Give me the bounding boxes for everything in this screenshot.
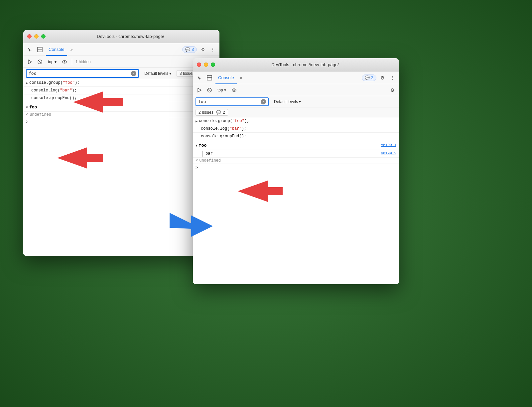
console-tab-left[interactable]: Console [46, 43, 67, 56]
top-dropdown-left[interactable]: top ▾ [46, 59, 59, 65]
console-line-log-left: console.log("bar"); [23, 87, 219, 94]
toolbar-row1-left: Console » 💬 3 ⚙ ⋮ [23, 43, 219, 56]
filter-row-left: × Default levels ▾ 3 Issues: 💬 3 [23, 68, 219, 79]
title-bar-right: DevTools - chrome://new-tab-page/ [193, 58, 399, 71]
svg-line-11 [208, 88, 211, 91]
foo-group-right[interactable]: ▼ foo VM199:1 [193, 142, 399, 150]
more-menu-left[interactable]: ⋮ [209, 46, 217, 54]
triangle-right-left[interactable]: ▶ [26, 81, 28, 86]
eye-icon-left[interactable] [61, 58, 68, 66]
panel-icon-right[interactable] [205, 74, 213, 82]
foo-label-right: foo [199, 142, 206, 149]
traffic-lights-right [197, 63, 215, 67]
window-title-left: DevTools - chrome://new-tab-page/ [46, 34, 215, 39]
ban-icon-right[interactable] [205, 86, 213, 94]
foo-label-left: foo [29, 104, 37, 111]
svg-rect-7 [207, 75, 212, 80]
minimize-button-right[interactable] [204, 63, 208, 67]
settings-icon-left[interactable]: ⚙ [199, 46, 207, 54]
run-icon-left[interactable] [26, 58, 34, 66]
undefined-line-left: < undefined [23, 112, 219, 118]
issues-row-right: 2 Issues: 💬 2 [193, 107, 399, 117]
close-button-left[interactable] [27, 34, 32, 39]
prompt-symbol-left: > [26, 119, 29, 124]
toolbar-row2-left: top ▾ 1 hidden [23, 56, 219, 68]
title-bar-left: DevTools - chrome://new-tab-page/ [23, 30, 219, 43]
toolbar-row1-right: Console » 💬 2 ⚙ ⋮ [193, 71, 399, 84]
traffic-lights-left [27, 34, 46, 39]
panel-icon-left[interactable] [36, 46, 44, 54]
filter-input-right[interactable]: × [196, 97, 269, 106]
close-button-right[interactable] [197, 63, 201, 67]
vm-ref1-right[interactable]: VM199:1 [381, 142, 396, 148]
chat-icon-right: 💬 [365, 75, 370, 80]
prompt-line-left[interactable]: > [23, 118, 219, 126]
window-title-right: DevTools - chrome://new-tab-page/ [215, 62, 395, 67]
clear-filter-left[interactable]: × [131, 71, 136, 76]
gear-icon-right[interactable]: ⚙ [388, 86, 396, 94]
console-content-left: ▶ console.group("foo"); console.log("bar… [23, 79, 219, 256]
bar-line-right: bar VM199:2 [193, 150, 399, 158]
more-tabs-left[interactable]: » [69, 47, 74, 52]
undefined-line-right: < undefined [193, 158, 399, 164]
more-menu-right[interactable]: ⋮ [388, 74, 396, 82]
prompt-line-right[interactable]: > [193, 164, 399, 172]
eye-icon-right[interactable] [230, 86, 238, 94]
filter-row-right: × Default levels ▾ [193, 96, 399, 107]
svg-rect-0 [38, 47, 42, 52]
svg-marker-2 [28, 60, 32, 64]
svg-point-13 [233, 89, 235, 91]
messages-badge-right[interactable]: 💬 2 [362, 74, 376, 81]
triangle-right-right[interactable]: ▶ [196, 119, 198, 124]
maximize-button-left[interactable] [41, 34, 46, 39]
svg-line-4 [39, 60, 42, 63]
minimize-button-left[interactable] [34, 34, 39, 39]
devtools-window-left: DevTools - chrome://new-tab-page/ Consol… [23, 30, 219, 256]
maximize-button-right[interactable] [211, 63, 215, 67]
filter-text-left[interactable] [29, 71, 129, 76]
chat-icon-left: 💬 [185, 47, 190, 52]
console-content-right: ▶ console.group("foo"); console.log("bar… [193, 117, 399, 284]
settings-icon-right[interactable]: ⚙ [378, 74, 386, 82]
console-tab-right[interactable]: Console [215, 71, 237, 84]
devtools-body-right: Console » 💬 2 ⚙ ⋮ top ▾ [193, 71, 399, 284]
console-line-group-right: ▶ console.group("foo"); [193, 117, 399, 125]
top-dropdown-right[interactable]: top ▾ [215, 87, 228, 93]
console-line-log-right: console.log("bar"); [193, 125, 399, 133]
divider-left [72, 59, 72, 65]
devtools-body-left: Console » 💬 3 ⚙ ⋮ top ▾ [23, 43, 219, 256]
issues-badge-right[interactable]: 2 Issues: 💬 2 [196, 109, 228, 116]
issues-chat-icon-right: 💬 [216, 110, 221, 115]
cursor-icon-left[interactable] [26, 46, 34, 54]
default-levels-right[interactable]: Default levels ▾ [271, 98, 304, 105]
svg-marker-9 [198, 88, 201, 92]
triangle-down-left[interactable]: ▼ [26, 105, 28, 110]
filter-text-right[interactable] [198, 99, 259, 104]
foo-group-left[interactable]: ▼ foo VM111 [23, 103, 219, 112]
messages-badge-left[interactable]: 💬 3 [182, 46, 197, 53]
more-tabs-right[interactable]: » [239, 75, 244, 80]
run-icon-right[interactable] [196, 86, 203, 94]
hidden-count-left: 1 hidden [75, 60, 91, 64]
toolbar-row2-right: top ▾ ⚙ [193, 84, 399, 96]
console-line-groupend-right: console.groupEnd(); [193, 133, 399, 140]
console-line-groupend-left: console.groupEnd(); [23, 94, 219, 102]
clear-filter-right[interactable]: × [261, 99, 266, 104]
ban-icon-left[interactable] [36, 58, 44, 66]
devtools-window-right: DevTools - chrome://new-tab-page/ Consol… [193, 58, 399, 284]
triangle-down-right[interactable]: ▼ [196, 143, 198, 148]
default-levels-left[interactable]: Default levels ▾ [142, 70, 174, 77]
bar-text-right: bar [202, 151, 213, 157]
vm-ref2-right[interactable]: VM199:2 [381, 151, 396, 156]
filter-input-left[interactable]: × [26, 69, 139, 78]
console-line-group-left: ▶ console.group("foo"); [23, 79, 219, 87]
svg-point-6 [64, 61, 65, 63]
prompt-symbol-right: > [196, 165, 198, 170]
cursor-icon-right[interactable] [196, 74, 203, 82]
